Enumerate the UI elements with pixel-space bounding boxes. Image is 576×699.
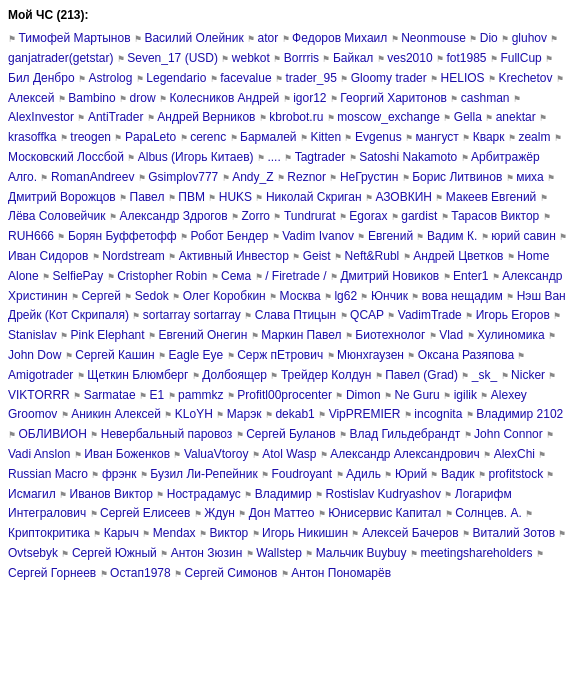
- user-item[interactable]: ⚑ Хулиномика: [467, 328, 545, 342]
- user-item[interactable]: ⚑ ОБЛИВИОН: [8, 427, 87, 441]
- user-item[interactable]: ⚑ Legendario: [136, 71, 207, 85]
- user-item[interactable]: ⚑ Остап1978: [100, 566, 171, 580]
- user-item[interactable]: ⚑ Ждун: [194, 506, 235, 520]
- user-item[interactable]: ⚑ Москва: [269, 289, 320, 303]
- user-item[interactable]: ⚑ Kitten: [300, 130, 341, 144]
- user-item[interactable]: ⚑ Карыч: [93, 526, 139, 540]
- user-item[interactable]: ⚑ Krechetov: [488, 71, 553, 85]
- user-item[interactable]: ⚑ Алексей Бачеров: [351, 526, 458, 540]
- user-item[interactable]: ⚑ Albus (Игорь Китаев): [127, 150, 253, 164]
- user-item[interactable]: ⚑ Сергей Елисеев: [90, 506, 191, 520]
- user-item[interactable]: ⚑ Юнисервис Капитал: [318, 506, 442, 520]
- user-item[interactable]: ⚑ cashman: [450, 91, 509, 105]
- user-item[interactable]: ⚑ Павел: [119, 190, 164, 204]
- user-item[interactable]: ⚑ ves2010: [377, 51, 433, 65]
- user-item[interactable]: ⚑ webkot: [221, 51, 270, 65]
- user-item[interactable]: ⚑ PapaLeto: [114, 130, 176, 144]
- user-item[interactable]: ⚑ Astrolog: [78, 71, 133, 85]
- user-item[interactable]: ⚑ Оксана Разяпова: [407, 348, 514, 362]
- user-item[interactable]: ⚑ Мальчик Buybuy: [305, 546, 406, 560]
- user-item[interactable]: ⚑ Игорь Егоров: [465, 308, 550, 322]
- user-item[interactable]: ⚑ Игорь Никишин: [252, 526, 348, 540]
- user-item[interactable]: ⚑ Александр Здрогов: [109, 209, 228, 223]
- user-item[interactable]: ⚑ zealm: [508, 130, 551, 144]
- user-item[interactable]: ⚑ Dimon: [335, 388, 380, 402]
- user-item[interactable]: ⚑ Tundrurat: [273, 209, 335, 223]
- user-item[interactable]: ⚑ QCAP: [340, 308, 384, 322]
- user-item[interactable]: ⚑ Мюнхгаузен: [327, 348, 404, 362]
- user-item[interactable]: ⚑ Geist: [292, 249, 331, 263]
- user-item[interactable]: ⚑ Neonmouse: [391, 31, 466, 45]
- user-item[interactable]: ⚑ АЗОВКИН: [365, 190, 432, 204]
- user-item[interactable]: ⚑ Сергей: [71, 289, 121, 303]
- user-item[interactable]: ⚑ Владимир: [244, 487, 312, 501]
- user-item[interactable]: ⚑ RomanAndreev: [40, 170, 134, 184]
- user-item[interactable]: ⚑ AntiTrader: [77, 110, 143, 124]
- user-item[interactable]: ⚑ Иванов Виктор: [59, 487, 153, 501]
- user-item[interactable]: ⚑ Серж пЕтрович: [227, 348, 324, 362]
- user-item[interactable]: ⚑ treogen: [60, 130, 111, 144]
- user-item[interactable]: ⚑ Евгений Онегин: [148, 328, 247, 342]
- user-item[interactable]: ⚑ Маркин Павел: [251, 328, 342, 342]
- user-item[interactable]: ⚑ Василий Олейник: [134, 31, 244, 45]
- user-item[interactable]: ⚑ Ne Guru: [384, 388, 440, 402]
- user-item[interactable]: ⚑ Eagle Eye: [158, 348, 223, 362]
- user-item[interactable]: ⚑ Андрей Цветков: [403, 249, 504, 263]
- user-item[interactable]: ⚑ ПВМ: [168, 190, 205, 204]
- user-item[interactable]: ⚑ мангуст: [405, 130, 459, 144]
- user-item[interactable]: ⚑ Vadim Ivanov: [272, 229, 354, 243]
- user-item[interactable]: ⚑ Mendax: [142, 526, 195, 540]
- user-item[interactable]: ⚑ John Connor: [464, 427, 543, 441]
- user-item[interactable]: ⚑ Gloomy trader: [340, 71, 427, 85]
- user-item[interactable]: ⚑ HELIOS: [430, 71, 485, 85]
- user-item[interactable]: ⚑ Сема: [211, 269, 252, 283]
- user-item[interactable]: ⚑ Кварк: [462, 130, 504, 144]
- user-item[interactable]: ⚑ lg62: [324, 289, 357, 303]
- user-item[interactable]: ⚑ E1: [139, 388, 164, 402]
- user-item[interactable]: ⚑ Тарасов Виктор: [441, 209, 540, 223]
- user-item[interactable]: ⚑ Евгений: [357, 229, 413, 243]
- user-item[interactable]: ⚑ Активный Инвестор: [168, 249, 289, 263]
- user-item[interactable]: ⚑ HUKS: [208, 190, 252, 204]
- user-item[interactable]: ⚑ pammkz: [168, 388, 224, 402]
- user-item[interactable]: ⚑ FullCup: [490, 51, 542, 65]
- user-item[interactable]: ⚑ Павел (Grad): [375, 368, 458, 382]
- user-item[interactable]: ⚑ Федоров Михаил: [282, 31, 388, 45]
- user-item[interactable]: ⚑ Вадик: [430, 467, 474, 481]
- user-item[interactable]: ⚑ drow: [119, 91, 156, 105]
- user-item[interactable]: ⚑ ValuaVtoroy: [173, 447, 248, 461]
- user-item[interactable]: ⚑ НеГрустин: [329, 170, 398, 184]
- user-item[interactable]: ⚑ Foudroyant: [261, 467, 332, 481]
- user-item[interactable]: ⚑ Слава Птицын: [244, 308, 336, 322]
- user-item[interactable]: ⚑ Владимир 2102: [466, 407, 564, 421]
- user-item[interactable]: ⚑ Иван Боженков: [74, 447, 170, 461]
- user-item[interactable]: ⚑ KLoYH: [164, 407, 213, 421]
- user-item[interactable]: ⚑ Александр Александрович: [320, 447, 480, 461]
- user-item[interactable]: ⚑ Юрий: [384, 467, 427, 481]
- user-item[interactable]: ⚑ igilik: [443, 388, 477, 402]
- user-item[interactable]: ⚑ dekab1: [265, 407, 315, 421]
- user-item[interactable]: ⚑ Rostislav Kudryashov: [315, 487, 441, 501]
- user-item[interactable]: ⚑ Вадим К.: [416, 229, 477, 243]
- user-item[interactable]: ⚑ Нострадамус: [156, 487, 241, 501]
- user-item[interactable]: ⚑ Gella: [443, 110, 482, 124]
- user-item[interactable]: ⚑ юрий савин: [481, 229, 556, 243]
- user-item[interactable]: ⚑ gardist: [391, 209, 438, 223]
- user-item[interactable]: ⚑ VipPREMIER: [318, 407, 400, 421]
- user-item[interactable]: ⚑ kbrobot.ru: [259, 110, 324, 124]
- user-item[interactable]: ⚑ profitstock: [478, 467, 543, 481]
- user-item[interactable]: ⚑ Enter1: [443, 269, 489, 283]
- user-item[interactable]: ⚑ Gsimplov777: [138, 170, 219, 184]
- user-item[interactable]: ⚑ SelfiePay: [42, 269, 103, 283]
- user-item[interactable]: ⚑ Виктор: [199, 526, 248, 540]
- user-item[interactable]: ⚑ Тимофей Мартынов: [8, 31, 131, 45]
- user-item[interactable]: ⚑ moscow_exchange: [327, 110, 440, 124]
- user-item[interactable]: ⚑ Биотехнолог: [345, 328, 426, 342]
- user-item[interactable]: ⚑ миха: [506, 170, 544, 184]
- user-item[interactable]: ⚑ Макеев Евгений: [435, 190, 536, 204]
- user-item[interactable]: ⚑ Трейдер Колдун: [270, 368, 371, 382]
- user-item[interactable]: ⚑ Виталий Зотов: [462, 526, 555, 540]
- user-item[interactable]: ⚑ fot1985: [436, 51, 487, 65]
- user-item[interactable]: ⚑ meetingshareholders: [410, 546, 533, 560]
- user-item[interactable]: ⚑ Tagtrader: [284, 150, 345, 164]
